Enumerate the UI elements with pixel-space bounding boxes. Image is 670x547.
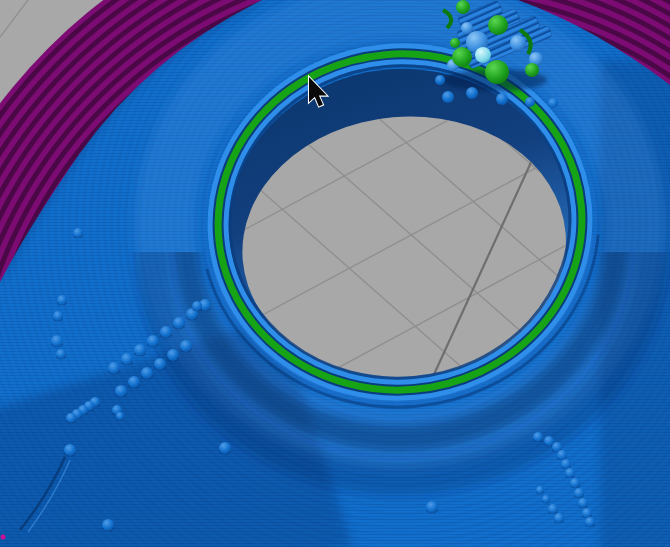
- ooze-droplet: [536, 486, 544, 494]
- ooze-droplet: [557, 450, 567, 460]
- ooze-droplet: [180, 340, 192, 352]
- ooze-droplet: [582, 508, 592, 518]
- travel-bump: [548, 98, 558, 108]
- ooze-droplet: [56, 349, 66, 359]
- retraction-sphere-cyan: [475, 47, 491, 63]
- travel-bump: [435, 75, 445, 85]
- ooze-droplet: [570, 478, 580, 488]
- ooze-droplet: [115, 385, 127, 397]
- ooze-droplet: [544, 436, 554, 446]
- ooze-droplet: [128, 376, 140, 388]
- ooze-droplet: [578, 498, 588, 508]
- retraction-sphere-blue: [461, 22, 473, 34]
- retraction-sphere-green: [488, 15, 508, 35]
- ooze-droplet: [51, 335, 63, 347]
- ooze-droplet: [154, 358, 166, 370]
- retraction-sphere-blue: [510, 35, 526, 51]
- ooze-droplet: [53, 311, 63, 321]
- ooze-droplet: [141, 367, 153, 379]
- scene-svg: [0, 0, 670, 547]
- ooze-droplet: [108, 362, 120, 374]
- travel-bump: [496, 93, 508, 105]
- ooze-droplet: [548, 504, 558, 514]
- ooze-droplet: [585, 517, 595, 527]
- ooze-droplet: [121, 353, 133, 365]
- travel-bump: [466, 87, 478, 99]
- ooze-droplet: [102, 519, 114, 531]
- travel-bump: [525, 97, 535, 107]
- magenta-speck: [1, 535, 6, 540]
- ooze-droplet: [134, 344, 146, 356]
- retraction-sphere-green: [456, 0, 470, 14]
- ooze-droplet: [542, 495, 550, 503]
- 3d-viewport[interactable]: [0, 0, 670, 547]
- retraction-sphere-green: [450, 38, 460, 48]
- ooze-droplet: [66, 413, 76, 423]
- retraction-sphere-green: [485, 60, 509, 84]
- ooze-droplet: [426, 501, 438, 513]
- ooze-droplet: [565, 468, 575, 478]
- ooze-droplet: [173, 317, 185, 329]
- retraction-sphere-green: [452, 47, 472, 67]
- ooze-droplet: [574, 488, 584, 498]
- ooze-droplet: [116, 412, 124, 420]
- ooze-droplet: [554, 513, 564, 523]
- ooze-droplet: [192, 301, 202, 311]
- ooze-droplet: [147, 335, 159, 347]
- ooze-droplet: [533, 432, 543, 442]
- ooze-droplet: [561, 459, 571, 469]
- ooze-droplet: [219, 442, 231, 454]
- ooze-droplet: [167, 349, 179, 361]
- ooze-droplet: [160, 326, 172, 338]
- ooze-droplet: [73, 228, 83, 238]
- travel-bump: [442, 91, 454, 103]
- ooze-droplet: [57, 295, 67, 305]
- retraction-sphere-green: [525, 63, 539, 77]
- ooze-droplet: [64, 444, 76, 456]
